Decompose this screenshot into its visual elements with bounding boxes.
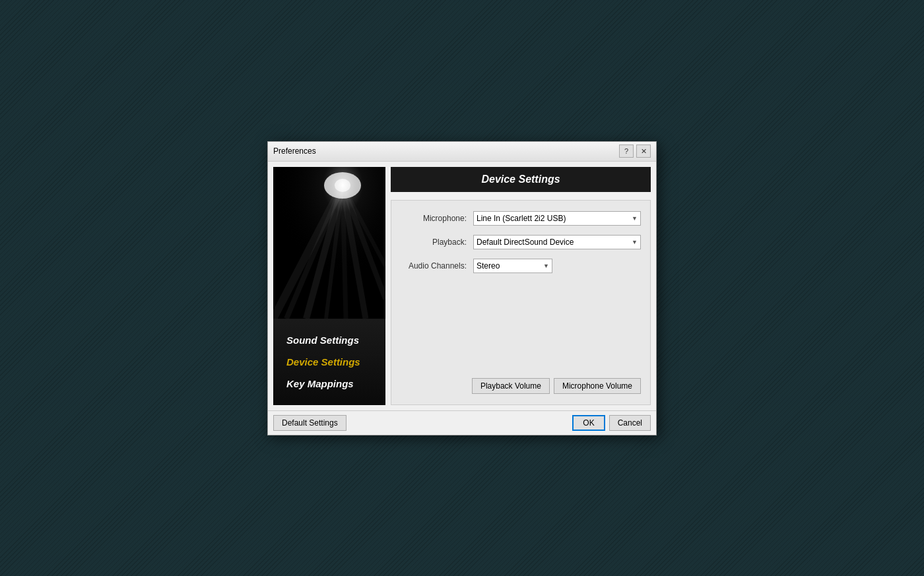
right-panel: Device Settings Microphone: Line In (Sca… — [391, 167, 651, 405]
audio-channels-select[interactable]: Mono Stereo — [473, 259, 552, 273]
light-rays-svg — [273, 167, 385, 319]
title-bar: Preferences ? ✕ — [268, 142, 656, 162]
close-button[interactable]: ✕ — [636, 144, 651, 158]
playback-select[interactable]: Default DirectSound Device — [473, 235, 641, 249]
preferences-dialog: Preferences ? ✕ — [267, 141, 657, 435]
svg-rect-11 — [273, 167, 385, 319]
spacer — [401, 282, 641, 373]
playback-volume-button[interactable]: Playback Volume — [472, 378, 550, 394]
sidebar-item-key-mappings[interactable]: Key Mappings — [280, 375, 379, 392]
volume-buttons-row: Playback Volume Microphone Volume — [401, 373, 641, 394]
section-header: Device Settings — [391, 167, 651, 192]
playback-select-wrapper: Default DirectSound Device — [473, 235, 641, 249]
microphone-select[interactable]: Line In (Scarlett 2i2 USB) — [473, 211, 641, 226]
footer-right-buttons: OK Cancel — [572, 415, 651, 431]
title-bar-controls: ? ✕ — [619, 144, 651, 158]
sidebar-item-sound-settings[interactable]: Sound Settings — [280, 332, 379, 348]
dialog-body: Sound Settings Device Settings Key Mappi… — [268, 162, 656, 410]
playback-label: Playback: — [401, 238, 473, 247]
window-title: Preferences — [273, 146, 316, 156]
microphone-label: Microphone: — [401, 214, 473, 223]
playback-row: Playback: Default DirectSound Device — [401, 235, 641, 249]
microphone-row: Microphone: Line In (Scarlett 2i2 USB) — [401, 211, 641, 226]
panel-image — [273, 167, 385, 319]
audio-channels-label: Audio Channels: — [401, 261, 473, 271]
help-button[interactable]: ? — [619, 144, 634, 158]
audio-channels-row: Audio Channels: Mono Stereo — [401, 259, 641, 273]
microphone-volume-button[interactable]: Microphone Volume — [554, 378, 641, 394]
cancel-button[interactable]: Cancel — [609, 415, 651, 431]
ok-button[interactable]: OK — [572, 415, 605, 431]
settings-area: Microphone: Line In (Scarlett 2i2 USB) P… — [391, 200, 651, 405]
default-settings-button[interactable]: Default Settings — [273, 415, 346, 431]
audio-channels-select-wrapper: Mono Stereo — [473, 259, 552, 273]
dialog-footer: Default Settings OK Cancel — [268, 410, 656, 435]
left-panel-menu: Sound Settings Device Settings Key Mappi… — [273, 319, 385, 405]
left-panel: Sound Settings Device Settings Key Mappi… — [273, 167, 385, 405]
sidebar-item-device-settings[interactable]: Device Settings — [280, 354, 379, 370]
microphone-select-wrapper: Line In (Scarlett 2i2 USB) — [473, 211, 641, 226]
